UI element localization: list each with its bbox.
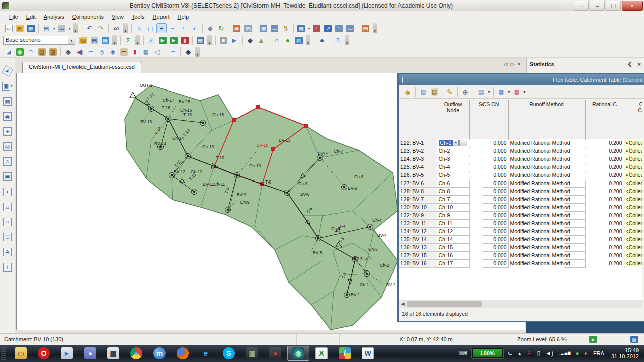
theme-toggle-button[interactable]: ⇔: [574, 1, 589, 11]
restore-button[interactable]: ▢: [606, 1, 621, 11]
pan-hand-icon[interactable]: ◆: [205, 23, 215, 33]
dropdown-caret-icon[interactable]: ▼: [52, 27, 56, 30]
skype-icon[interactable]: S: [218, 346, 240, 361]
new-file-icon[interactable]: ▱: [4, 23, 14, 33]
save-icon[interactable]: ▦: [26, 23, 36, 33]
terrain-icon[interactable]: ▲: [256, 35, 266, 45]
rational-c-cell[interactable]: 0.200: [585, 187, 624, 195]
rational-c-cell[interactable]: 0.200: [585, 227, 624, 235]
row-id-cell[interactable]: 134: BV-12: [399, 227, 437, 235]
lasso-icon[interactable]: ○: [272, 35, 282, 45]
edit-value[interactable]: Ch-1: [439, 140, 453, 146]
runoff-method-cell[interactable]: Modified Rational Method: [508, 155, 585, 163]
statistics-close-icon[interactable]: ×: [638, 61, 641, 67]
rational-c-cell[interactable]: 0.200: [585, 179, 624, 187]
diamond-icon[interactable]: ◆: [63, 47, 73, 57]
layout-network-icon[interactable]: ▣▾: [2, 80, 13, 92]
cn-collection-cell[interactable]: <Collecti: [624, 195, 642, 203]
table-row[interactable]: 130: BV-10Ch-100.000Modified Rational Me…: [399, 203, 642, 211]
row-id-cell[interactable]: 123: BV-2: [399, 147, 437, 155]
gradient-sphere-icon[interactable]: ◉: [2, 111, 13, 122]
column-header-rational-c[interactable]: Rational C: [585, 100, 624, 139]
text-tool-icon[interactable]: A: [2, 246, 13, 257]
battery-indicator[interactable]: 100%: [472, 348, 503, 358]
flextable-hscrollbar[interactable]: ◀: [399, 300, 642, 308]
keyboard-icon[interactable]: ⌨: [458, 350, 467, 357]
edit-cell-icon[interactable]: ✎: [445, 87, 455, 97]
rational-c-cell[interactable]: 0.200: [585, 219, 624, 227]
scs-cn-cell[interactable]: 0.000: [469, 155, 508, 163]
design-toolbox-icon[interactable]: ▦: [195, 35, 205, 45]
dash-line-icon[interactable]: ▱: [168, 47, 178, 57]
line-tool-icon[interactable]: /: [2, 261, 13, 273]
purple-cone-icon[interactable]: ◀: [74, 47, 85, 57]
row-id-cell[interactable]: 125: BV-4: [399, 163, 437, 171]
column-header-row-id[interactable]: [399, 100, 437, 139]
scs-cn-cell[interactable]: 0.000: [469, 203, 508, 211]
runoff-method-cell[interactable]: Modified Rational Method: [508, 187, 585, 195]
alternatives-icon[interactable]: ▤: [89, 35, 99, 45]
paste-icon[interactable]: ▤: [429, 87, 439, 97]
redo-icon[interactable]: ↷: [96, 23, 106, 33]
screenshot-app-icon[interactable]: ▣: [241, 346, 263, 361]
runoff-method-cell[interactable]: Modified Rational Method: [508, 195, 585, 203]
row-id-cell[interactable]: 135: BV-14: [399, 235, 437, 243]
maxthon-icon[interactable]: m: [148, 346, 171, 361]
image-hatch-icon[interactable]: ▨: [48, 47, 58, 57]
tab-scroll-right-icon[interactable]: ▷: [510, 61, 514, 67]
civilstorm-icon[interactable]: ◉: [287, 346, 309, 361]
outflow-cell[interactable]: Ch-9: [437, 211, 469, 219]
toolbar-overflow-icon[interactable]: ▾: [73, 23, 78, 33]
column-header-cn-a[interactable]: CN A Collec: [624, 100, 642, 139]
scs-cn-cell[interactable]: 0.000: [469, 211, 508, 219]
camera-box-icon[interactable]: ◉: [108, 47, 118, 57]
outflow-cell[interactable]: Ch-4: [437, 163, 469, 171]
cn-collection-cell[interactable]: <Collecti: [624, 187, 642, 195]
validate-icon[interactable]: Σ: [123, 35, 133, 45]
runoff-method-cell[interactable]: Modified Rational Method: [508, 179, 585, 187]
status-compute-icon[interactable]: ►: [589, 336, 597, 343]
row-id-cell[interactable]: 124: BV-3: [399, 155, 437, 163]
menu-edit[interactable]: Edit: [22, 13, 40, 21]
compute-scenario-icon[interactable]: ►: [169, 35, 179, 45]
curve-chart-icon[interactable]: ◠: [26, 47, 36, 57]
scs-cn-cell[interactable]: 0.000: [469, 147, 508, 155]
speaker-icon[interactable]: ◄): [545, 350, 553, 357]
table-row[interactable]: 135: BV-14Ch-140.000Modified Rational Me…: [399, 235, 642, 243]
mute-icon[interactable]: ◁: [152, 47, 162, 57]
scenario-value[interactable]: Base scenario: [3, 36, 68, 45]
menu-view[interactable]: View: [108, 13, 128, 21]
minimize-button[interactable]: –: [590, 1, 605, 11]
toolbar-overflow-icon[interactable]: ▾: [306, 35, 310, 45]
outflow-cell[interactable]: Ch-12: [437, 227, 469, 235]
menu-analysis[interactable]: Analysis: [40, 13, 68, 21]
image-stack-icon[interactable]: ▤: [37, 47, 47, 57]
document-tab[interactable]: CiviStorm-MH_Tewolde_Étudiant-essei.csd: [22, 62, 141, 73]
row-id-cell[interactable]: 128: BV-8: [399, 187, 437, 195]
table-row[interactable]: 134: BV-12Ch-120.000Modified Rational Me…: [399, 227, 642, 235]
rectangle-tool-icon[interactable]: □: [2, 231, 13, 242]
taskbar-grip[interactable]: [1, 347, 6, 360]
scenario-folder-icon[interactable]: ▨: [78, 35, 88, 45]
zoom-out-icon[interactable]: −: [168, 23, 178, 33]
tray-expand-icon[interactable]: ▲: [518, 351, 522, 356]
toolbar-overflow-icon[interactable]: ▾: [135, 35, 140, 45]
notifications-icon[interactable]: ✓: [146, 35, 156, 45]
cn-collection-cell[interactable]: <Collecti: [624, 227, 642, 235]
power-plug-icon[interactable]: ⊂: [508, 350, 513, 357]
navigator-icon[interactable]: ▭: [345, 23, 355, 33]
community-app-icon[interactable]: ●: [79, 346, 101, 361]
cn-collection-cell[interactable]: <Collecti: [624, 155, 642, 163]
ie-icon[interactable]: e: [195, 346, 217, 361]
pin-icon[interactable]: [628, 61, 633, 67]
scenario-dropdown-icon[interactable]: ▼: [68, 36, 75, 45]
recorder-app-icon[interactable]: ●: [264, 346, 286, 361]
scs-cn-cell[interactable]: 0.000: [469, 235, 508, 243]
dropdown-caret-icon[interactable]: ▾: [11, 84, 13, 88]
cn-collection-cell[interactable]: <Collecti: [624, 163, 642, 171]
runoff-method-cell[interactable]: Modified Rational Method: [508, 251, 585, 259]
table-header-row[interactable]: Outflow NodeSCS CNRunoff MethodRational …: [399, 100, 642, 139]
flextable-grid[interactable]: Outflow NodeSCS CNRunoff MethodRational …: [399, 100, 642, 301]
catchment-table[interactable]: Outflow NodeSCS CNRunoff MethodRational …: [399, 100, 642, 268]
table-row[interactable]: 133: BV-11Ch-110.000Modified Rational Me…: [399, 219, 642, 227]
